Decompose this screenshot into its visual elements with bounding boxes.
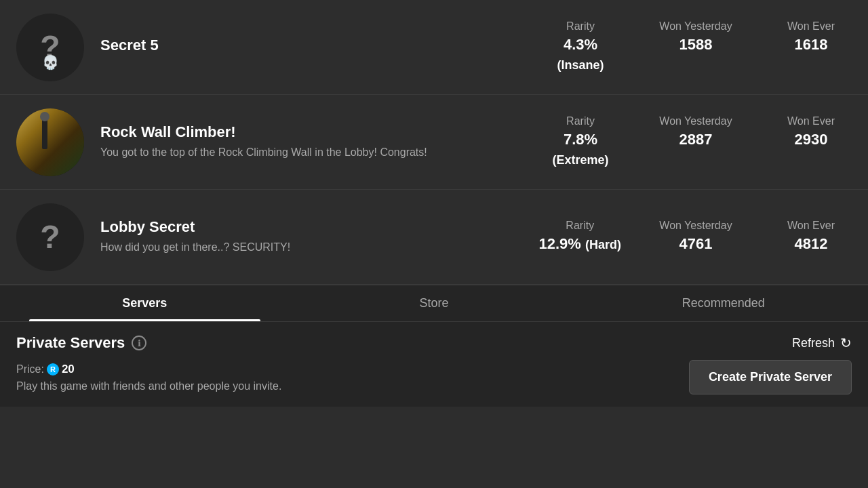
tabs-bar: Servers Store Recommended: [0, 285, 868, 322]
refresh-button[interactable]: Refresh ↻: [792, 335, 852, 351]
achievements-list: ? 💀 Secret 5 Rarity 4.3% (Insane) Won Ye…: [0, 0, 868, 285]
private-servers-section: Private Servers ℹ Refresh ↻ Price: R 20 …: [0, 322, 868, 407]
tab-servers[interactable]: Servers: [0, 285, 290, 321]
won-ever-stat: Won Ever 4812: [770, 220, 852, 254]
won-ever-label: Won Ever: [770, 20, 852, 33]
rarity-value: 4.3% (Insane): [540, 35, 621, 74]
info-icon[interactable]: ℹ: [132, 336, 146, 350]
ps-price: Price: R 20: [16, 363, 689, 376]
achievement-content-rock-wall: Rock Wall Climber! You got to the top of…: [100, 123, 526, 160]
achievement-icon-rock-wall: [16, 108, 84, 176]
won-yesterday-stat: Won Yesterday 1588: [655, 20, 736, 74]
achievement-icon-secret5: ? 💀: [16, 14, 84, 81]
achievement-row-lobby-secret: ? Lobby Secret How did you get in there.…: [0, 190, 868, 285]
won-yesterday-label: Won Yesterday: [655, 20, 736, 33]
achievement-title: Secret 5: [100, 37, 526, 54]
achievement-title: Rock Wall Climber!: [100, 123, 526, 141]
private-servers-header: Private Servers ℹ Refresh ↻: [16, 334, 852, 352]
create-private-server-button[interactable]: Create Private Server: [689, 360, 852, 394]
achievement-content-secret5: Secret 5: [100, 37, 526, 58]
achievement-row: ? 💀 Secret 5 Rarity 4.3% (Insane) Won Ye…: [0, 0, 868, 95]
private-servers-title: Private Servers: [16, 334, 125, 352]
ps-text-col: Price: R 20 Play this game with friends …: [16, 363, 689, 392]
rarity-label: Rarity: [540, 20, 621, 33]
won-yesterday-value: 1588: [655, 35, 736, 55]
rarity-label: Rarity: [538, 220, 621, 232]
won-ever-value: 2930: [770, 130, 852, 150]
rock-wall-image: [16, 108, 84, 176]
refresh-icon: ↻: [840, 335, 852, 351]
won-yesterday-value: 4761: [655, 235, 736, 254]
won-ever-stat: Won Ever 2930: [770, 115, 852, 169]
won-yesterday-label: Won Yesterday: [655, 220, 736, 232]
won-ever-value: 1618: [770, 35, 852, 55]
tab-recommended[interactable]: Recommended: [578, 285, 868, 321]
achievement-stats-secret5: Rarity 4.3% (Insane) Won Yesterday 1588 …: [540, 20, 852, 74]
tab-store[interactable]: Store: [290, 285, 579, 321]
achievement-desc: How did you get in there..? SECURITY!: [100, 240, 507, 255]
achievement-desc: You got to the top of the Rock Climbing …: [100, 145, 507, 160]
achievement-content-lobby-secret: Lobby Secret How did you get in there..?…: [100, 218, 525, 255]
won-ever-value: 4812: [770, 235, 852, 254]
achievement-stats-lobby-secret: Rarity 12.9% (Hard) Won Yesterday 4761 W…: [538, 220, 852, 254]
won-ever-stat: Won Ever 1618: [770, 20, 852, 74]
won-yesterday-value: 2887: [655, 130, 736, 150]
price-amount: 20: [62, 363, 75, 376]
rarity-label: Rarity: [540, 115, 621, 127]
won-ever-label: Won Ever: [770, 220, 852, 232]
rarity-stat: Rarity 12.9% (Hard): [538, 220, 621, 254]
won-yesterday-label: Won Yesterday: [655, 115, 736, 127]
private-servers-title-group: Private Servers ℹ: [16, 334, 146, 352]
rarity-value: 12.9% (Hard): [538, 235, 621, 254]
ps-description: Play this game with friends and other pe…: [16, 380, 689, 392]
achievement-stats-rock-wall: Rarity 7.8% (Extreme) Won Yesterday 2887…: [540, 115, 852, 169]
rarity-value: 7.8% (Extreme): [540, 130, 621, 169]
won-yesterday-stat: Won Yesterday 4761: [655, 220, 736, 254]
refresh-label: Refresh: [792, 336, 835, 350]
rarity-stat: Rarity 4.3% (Insane): [540, 20, 621, 74]
achievement-icon-lobby-secret: ?: [16, 203, 84, 271]
achievement-title: Lobby Secret: [100, 218, 525, 236]
achievement-row-rock-wall: Rock Wall Climber! You got to the top of…: [0, 95, 868, 190]
bottom-section: Servers Store Recommended Private Server…: [0, 285, 868, 407]
ps-bottom-row: Price: R 20 Play this game with friends …: [16, 360, 852, 394]
rarity-stat: Rarity 7.8% (Extreme): [540, 115, 621, 169]
robux-icon: R: [47, 363, 59, 375]
skull-icon: 💀: [42, 54, 59, 70]
won-ever-label: Won Ever: [770, 115, 852, 127]
won-yesterday-stat: Won Yesterday 2887: [655, 115, 736, 169]
question-mark-icon: ?: [40, 218, 60, 256]
